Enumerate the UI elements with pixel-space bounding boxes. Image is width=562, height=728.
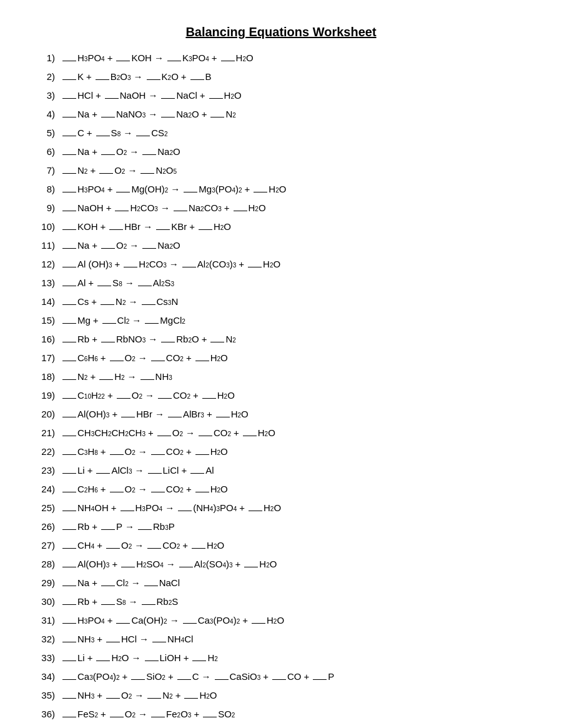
page-title: Balancing Equations Worksheet [37, 25, 525, 39]
equation-row-1: 1) H3PO4 + KOH → K3PO4 + H2O [37, 51, 525, 66]
equation-row-15: 15) Mg + Cl2 → MgCl2 [37, 313, 525, 328]
equation-row-13: 13) Al + S8 → Al2S3 [37, 276, 525, 291]
equation-row-10: 10) KOH + HBr → KBr + H2O [37, 219, 525, 234]
eq-number: 1) [37, 51, 61, 66]
equation-row-12: 12) Al (OH)3 + H2CO3 → Al2(CO3)3 + H2O [37, 257, 525, 272]
equation-row-35: 35) NH3 + O2 → N2 + H2O [37, 688, 525, 703]
eq-number: 2) [37, 69, 61, 84]
eq-content: K + B2O3 → K2O + B [61, 69, 212, 84]
equation-row-5: 5) C + S8 → CS2 [37, 126, 525, 141]
equation-row-21: 21) CH3CH2CH2CH3 + O2 → CO2 + H2O [37, 426, 525, 441]
equation-row-8: 8) H3PO4 + Mg(OH)2 → Mg3(PO4)2 + H2O [37, 182, 525, 197]
equation-row-24: 24) C2H6 + O2 → CO2 + H2O [37, 482, 525, 497]
equation-row-6: 6) Na + O2 → Na2O [37, 144, 525, 159]
equation-row-22: 22) C3H8 + O2 → CO2 + H2O [37, 444, 525, 459]
equation-row-36: 36) FeS2 + O2 → Fe2O3 + SO2 [37, 707, 525, 722]
equation-row-34: 34) Ca3(PO4)2 + SiO2 + C → CaSiO3 + CO +… [37, 669, 525, 684]
equation-row-7: 7) N2 + O2 → N2O5 [37, 163, 525, 178]
equation-row-3: 3) HCl + NaOH → NaCl + H2O [37, 88, 525, 103]
equation-row-26: 26) Rb + P → Rb3P [37, 519, 525, 534]
equation-row-17: 17) C6H6 + O2 → CO2 + H2O [37, 351, 525, 366]
equation-row-33: 33) Li + H2O → LiOH + H2 [37, 651, 525, 666]
equation-row-31: 31) H3PO4 + Ca(OH)2 → Ca3(PO4)2 + H2O [37, 613, 525, 628]
equation-row-9: 9) NaOH + H2CO3 → Na2CO3 + H2O [37, 201, 525, 216]
equation-row-18: 18) N2 + H2 → NH3 [37, 369, 525, 384]
equation-row-14: 14) Cs + N2 → Cs3N [37, 294, 525, 309]
blank [167, 61, 181, 61]
blank [116, 61, 130, 61]
equations-list: 1) H3PO4 + KOH → K3PO4 + H2O 2) K + B2O3… [37, 51, 525, 728]
equation-row-27: 27) CH4 + O2 → CO2 + H2O [37, 538, 525, 553]
equation-row-29: 29) Na + Cl2 → NaCl [37, 576, 525, 591]
equation-row-20: 20) Al(OH)3 + HBr → AlBr3 + H2O [37, 407, 525, 422]
equation-row-16: 16) Rb + RbNO3 → Rb2O + N2 [37, 332, 525, 347]
equation-row-30: 30) Rb + S8 → Rb2S [37, 594, 525, 609]
equation-row-2: 2) K + B2O3 → K2O + B [37, 69, 525, 84]
equation-row-23: 23) Li + AlCl3 → LiCl + Al [37, 463, 525, 478]
equation-row-37: 37) C + SO2 → CS2 + CO [37, 726, 525, 728]
equation-row-11: 11) Na + O2 → Na2O [37, 238, 525, 253]
eq-content: H3PO4 + KOH → K3PO4 + H2O [61, 51, 254, 66]
blank [221, 61, 235, 61]
equation-row-25: 25) NH4OH + H3PO4 → (NH4)3PO4 + H2O [37, 501, 525, 516]
equation-row-19: 19) C10H22 + O2 → CO2 + H2O [37, 388, 525, 403]
equation-row-4: 4) Na + NaNO3 → Na2O + N2 [37, 107, 525, 122]
equation-row-28: 28) Al(OH)3 + H2SO4 → Al2(SO4)3 + H2O [37, 557, 525, 572]
blank [62, 61, 76, 61]
equation-row-32: 32) NH3 + HCl → NH4Cl [37, 632, 525, 647]
